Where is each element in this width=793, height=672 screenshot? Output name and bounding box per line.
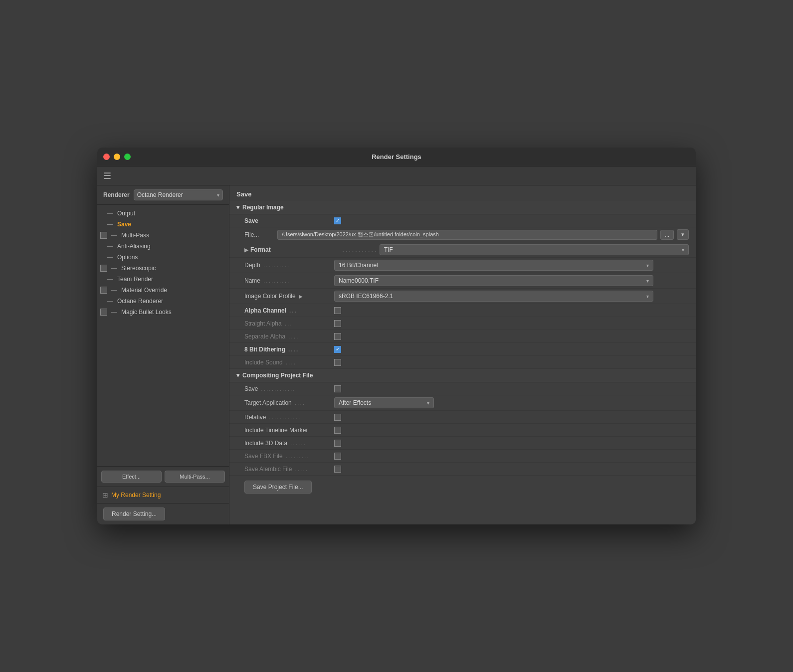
sidebar-buttons: Effect... Multi-Pass...: [97, 466, 229, 487]
straight-alpha-label: Straight Alpha ...: [244, 320, 334, 327]
save-project-button[interactable]: Save Project File...: [244, 481, 312, 494]
nav-label-multi-pass: Multi-Pass: [121, 232, 149, 239]
comp-save-value: [334, 385, 689, 392]
sidebar-item-team-render[interactable]: — Team Render: [97, 274, 229, 285]
file-row: File... ... ▾: [229, 227, 696, 242]
renderer-value: Octane Renderer: [137, 191, 183, 198]
timeline-marker-value: [334, 427, 689, 434]
bit-dithering-value: [334, 346, 689, 353]
menu-icon[interactable]: ☰: [103, 170, 111, 181]
image-color-profile-value: sRGB IEC61966-2.1 ▾: [334, 291, 689, 302]
nav-label-anti-aliasing: Anti-Aliasing: [117, 243, 151, 250]
bit-dithering-row: 8 Bit Dithering ....: [229, 343, 696, 356]
multi-pass-button[interactable]: Multi-Pass...: [165, 471, 225, 483]
compositing-header[interactable]: ▾ Compositing Project File: [229, 369, 696, 382]
target-app-dropdown[interactable]: After Effects ▾: [334, 397, 434, 408]
traffic-lights: [103, 154, 131, 160]
include-sound-row: Include Sound ....: [229, 356, 696, 369]
nav-label-team-render: Team Render: [117, 276, 153, 283]
sidebar-item-options[interactable]: — Options: [97, 252, 229, 263]
toolbar: ☰: [97, 167, 696, 185]
file-browse-button[interactable]: ...: [660, 230, 674, 240]
depth-value: 16 Bit/Channel ▾: [334, 260, 689, 271]
renderer-row: Renderer Octane Renderer ▾: [97, 185, 229, 205]
sidebar-item-magic-bullet[interactable]: — Magic Bullet Looks: [97, 307, 229, 318]
render-setting-button[interactable]: Render Setting...: [103, 507, 165, 520]
straight-alpha-checkbox[interactable]: [334, 320, 341, 327]
multi-pass-checkbox[interactable]: [100, 232, 107, 239]
format-dropdown[interactable]: TIF ▾: [380, 244, 689, 255]
sidebar-item-material-override[interactable]: — Material Override: [97, 285, 229, 296]
minimize-button[interactable]: [114, 154, 120, 160]
renderer-dropdown[interactable]: Octane Renderer ▾: [134, 189, 223, 200]
renderer-chevron: ▾: [217, 192, 219, 198]
comp-save-label: Save .............: [244, 385, 334, 392]
tree-line-magic-bullet: —: [111, 309, 117, 316]
profile-expand[interactable]: ▶: [299, 294, 303, 299]
format-label-area: ▶ Format ...........: [244, 245, 380, 254]
stereoscopic-checkbox[interactable]: [100, 265, 107, 272]
content-panel: Save ▾ Regular Image Save File... ...: [229, 185, 696, 524]
sidebar-item-anti-aliasing[interactable]: — Anti-Aliasing: [97, 241, 229, 252]
name-dropdown[interactable]: Name0000.TIF ▾: [334, 275, 653, 286]
sidebar-item-octane-renderer[interactable]: — Octane Renderer: [97, 296, 229, 307]
relative-label: Relative ............: [244, 414, 334, 421]
target-app-label: Target Application ....: [244, 399, 334, 406]
sidebar-item-stereoscopic[interactable]: — Stereoscopic: [97, 263, 229, 274]
sidebar-item-output[interactable]: — Output: [97, 208, 229, 219]
tree-line-anti-aliasing: —: [107, 243, 113, 250]
format-row: ▶ Format ........... TIF ▾: [229, 242, 696, 258]
close-button[interactable]: [103, 154, 110, 160]
maximize-button[interactable]: [124, 154, 131, 160]
bit-dithering-checkbox[interactable]: [334, 346, 341, 353]
straight-alpha-value: [334, 320, 689, 327]
relative-value: [334, 414, 689, 421]
sidebar-item-save[interactable]: — Save: [97, 219, 229, 230]
format-dots: ...........: [342, 245, 378, 254]
include-sound-value: [334, 359, 689, 366]
effect-button[interactable]: Effect...: [101, 471, 162, 483]
sidebar-nav: — Output — Save — Multi-Pass — Anti-Al: [97, 205, 229, 466]
file-chevron-button[interactable]: ▾: [677, 229, 689, 240]
compositing-title: Compositing Project File: [242, 372, 313, 379]
include-sound-checkbox[interactable]: [334, 359, 341, 366]
alpha-channel-checkbox[interactable]: [334, 307, 341, 314]
image-color-profile-dropdown[interactable]: sRGB IEC61966-2.1 ▾: [334, 291, 653, 302]
sidebar-item-multi-pass[interactable]: — Multi-Pass: [97, 230, 229, 241]
separate-alpha-row: Separate Alpha ....: [229, 330, 696, 343]
magic-bullet-checkbox[interactable]: [100, 309, 107, 316]
nav-label-output: Output: [117, 210, 135, 217]
format-expand-icon[interactable]: ▶: [244, 247, 248, 253]
name-row: Name .......... Name0000.TIF ▾: [229, 273, 696, 289]
regular-image-header[interactable]: ▾ Regular Image: [229, 201, 696, 214]
image-color-profile-field-value: sRGB IEC61966-2.1: [339, 293, 393, 300]
my-render-setting[interactable]: ⊞ My Render Setting: [97, 487, 229, 503]
include-3d-checkbox[interactable]: [334, 440, 341, 447]
sidebar-bottom-bar: Render Setting...: [97, 503, 229, 524]
sidebar: Renderer Octane Renderer ▾ — Output — Sa…: [97, 185, 229, 524]
format-label: Format: [250, 246, 340, 253]
file-path-input[interactable]: [277, 230, 657, 240]
depth-label: Depth ..........: [244, 262, 334, 269]
depth-field-value: 16 Bit/Channel: [339, 262, 378, 269]
material-override-checkbox[interactable]: [100, 287, 107, 294]
save-fbx-label: Save FBX File .........: [244, 453, 334, 460]
comp-save-checkbox[interactable]: [334, 385, 341, 392]
save-fbx-checkbox[interactable]: [334, 453, 341, 460]
target-app-chevron: ▾: [427, 400, 429, 406]
relative-checkbox[interactable]: [334, 414, 341, 421]
separate-alpha-checkbox[interactable]: [334, 333, 341, 340]
target-app-field-value: After Effects: [339, 399, 371, 406]
include-3d-label: Include 3D Data ......: [244, 440, 334, 447]
save-checkbox[interactable]: [334, 217, 341, 224]
timeline-marker-checkbox[interactable]: [334, 427, 341, 434]
my-render-setting-label: My Render Setting: [111, 492, 161, 499]
tree-line-options: —: [107, 254, 113, 261]
nav-label-octane-renderer: Octane Renderer: [117, 298, 163, 305]
image-color-profile-label: Image Color Profile ▶: [244, 293, 334, 300]
save-fbx-row: Save FBX File .........: [229, 450, 696, 463]
nav-label-material-override: Material Override: [121, 287, 167, 294]
compositing-collapse-icon: ▾: [236, 372, 239, 379]
save-alembic-checkbox[interactable]: [334, 466, 341, 473]
depth-dropdown[interactable]: 16 Bit/Channel ▾: [334, 260, 653, 271]
